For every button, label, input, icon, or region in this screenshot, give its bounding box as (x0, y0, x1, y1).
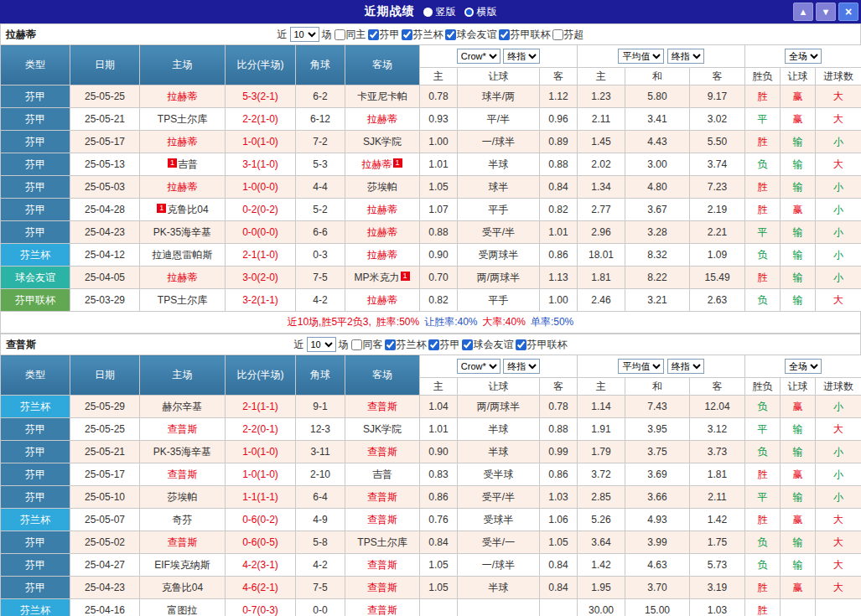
europe-bookmaker-select[interactable]: 平均值 (618, 49, 664, 64)
filter-checkbox-芬甲[interactable]: 芬甲 (428, 338, 460, 352)
team-link[interactable]: MP米克力 (355, 272, 400, 283)
europe-bookmaker-select[interactable]: 平均值 (618, 359, 664, 374)
close-button[interactable]: × (838, 3, 858, 21)
layout-radio-vertical[interactable]: 竖版 (423, 5, 456, 19)
score-link[interactable]: 1-0(1-0) (226, 441, 296, 463)
filter-checkbox-芬甲[interactable]: 芬甲 (368, 28, 400, 42)
team-link[interactable]: 拉迪恩雷帕斯 (153, 249, 213, 261)
team-link[interactable]: SJK学院 (363, 136, 402, 148)
checkbox-input[interactable] (335, 29, 345, 40)
checkbox-input[interactable] (402, 29, 412, 40)
score-link[interactable]: 3-1(1-0) (226, 153, 296, 176)
team-link[interactable]: 查普斯 (367, 514, 397, 525)
checkbox-input[interactable] (516, 339, 526, 350)
filter-checkbox-芬兰杯[interactable]: 芬兰杯 (385, 338, 427, 352)
asia-bookmaker-select[interactable]: Crow* (457, 359, 501, 374)
team-link[interactable]: 拉赫蒂 (367, 113, 397, 125)
recent-count-select[interactable]: 10 (307, 337, 336, 352)
team-link[interactable]: TPS土尔库 (158, 294, 207, 306)
team-link[interactable]: 卡亚尼卡帕 (357, 91, 407, 102)
team-link[interactable]: 查普斯 (367, 604, 397, 616)
scroll-down-button[interactable]: ▼ (816, 3, 836, 21)
team-link[interactable]: TPS土尔库 (158, 113, 207, 125)
team-link[interactable]: 赫尔辛基 (163, 401, 203, 412)
team-link[interactable]: 莎埃帕 (367, 181, 397, 193)
team-link[interactable]: 富图拉 (168, 604, 198, 616)
filter-checkbox-球会友谊[interactable]: 球会友谊 (462, 338, 514, 352)
score-link[interactable]: 0-0(0-0) (226, 221, 296, 244)
team-link[interactable]: 拉赫蒂 (168, 136, 198, 148)
filter-checkbox-球会友谊[interactable]: 球会友谊 (445, 28, 497, 42)
filter-checkbox-同客[interactable]: 同客 (351, 338, 383, 352)
team-link[interactable]: 查普斯 (168, 536, 198, 548)
filter-checkbox-芬超[interactable]: 芬超 (552, 28, 584, 42)
checkbox-input[interactable] (499, 29, 510, 40)
score-link[interactable]: 4-2(3-1) (226, 554, 296, 577)
checkbox-input[interactable] (445, 29, 456, 40)
score-link[interactable]: 2-1(1-1) (226, 396, 296, 418)
score-link[interactable]: 1-0(0-0) (226, 176, 296, 199)
team-link[interactable]: 拉赫蒂 (168, 181, 198, 193)
score-link[interactable]: 2-1(1-0) (226, 244, 296, 267)
team-link[interactable]: 查普斯 (367, 401, 397, 412)
score-link[interactable]: 1-1(1-1) (226, 486, 296, 509)
europe-stage-select[interactable]: 终指 (667, 359, 704, 374)
team-link[interactable]: 拉赫蒂 (367, 294, 397, 306)
team-link[interactable]: 查普斯 (168, 423, 198, 435)
score-link[interactable]: 2-2(0-1) (226, 418, 296, 441)
team-link[interactable]: 奇芬 (173, 514, 193, 525)
score-link[interactable]: 0-2(0-2) (226, 199, 296, 221)
team-link[interactable]: TPS土尔库 (357, 536, 407, 548)
team-link[interactable]: PK-35海辛基 (153, 446, 211, 458)
team-link[interactable]: 拉赫蒂 (367, 226, 397, 238)
score-link[interactable]: 0-6(0-5) (226, 531, 296, 554)
score-link[interactable]: 3-2(1-1) (226, 289, 296, 312)
filter-checkbox-同主[interactable]: 同主 (335, 28, 366, 42)
score-link[interactable]: 1-0(1-0) (226, 131, 296, 153)
checkbox-input[interactable] (428, 339, 439, 350)
score-link[interactable]: 1-0(1-0) (226, 463, 296, 486)
team-link[interactable]: EIF埃克纳斯 (154, 559, 210, 571)
team-link[interactable]: 莎埃帕 (168, 491, 198, 503)
team-link[interactable]: 吉普 (178, 158, 198, 170)
asia-bookmaker-select[interactable]: Crow* (457, 49, 501, 64)
team-link[interactable]: 克鲁比04 (167, 204, 208, 215)
filter-checkbox-芬甲联杯[interactable]: 芬甲联杯 (516, 338, 568, 352)
europe-stage-select[interactable]: 终指 (667, 49, 704, 64)
checkbox-input[interactable] (385, 339, 396, 350)
asia-stage-select[interactable]: 终指 (503, 359, 540, 374)
checkbox-input[interactable] (462, 339, 473, 350)
filter-checkbox-芬兰杯[interactable]: 芬兰杯 (402, 28, 443, 42)
team-link[interactable]: 查普斯 (367, 446, 397, 458)
layout-radio-horizontal[interactable]: 横版 (464, 5, 497, 19)
team-link[interactable]: 查普斯 (367, 491, 397, 503)
radio-label: 竖版 (436, 5, 456, 19)
checkbox-input[interactable] (368, 29, 379, 40)
team-link[interactable]: 查普斯 (367, 559, 397, 571)
checkbox-input[interactable] (552, 29, 563, 40)
result-scope-select[interactable]: 全场 (785, 49, 822, 64)
team-link[interactable]: 拉赫蒂 (168, 91, 198, 102)
team-link[interactable]: 拉赫蒂 (367, 249, 397, 261)
asia-stage-select[interactable]: 终指 (503, 49, 540, 64)
scroll-up-button[interactable]: ▲ (793, 3, 813, 21)
team-link[interactable]: 拉赫蒂 (367, 204, 397, 215)
team-link[interactable]: 查普斯 (168, 468, 198, 480)
score-link[interactable]: 0-6(0-2) (226, 509, 296, 531)
score-link[interactable]: 5-3(2-1) (226, 85, 296, 108)
team-link[interactable]: 吉普 (372, 468, 392, 480)
team-link[interactable]: 克鲁比04 (162, 582, 203, 593)
score-link[interactable]: 4-6(2-1) (226, 577, 296, 599)
team-link[interactable]: 拉赫蒂 (168, 272, 198, 283)
result-scope-select[interactable]: 全场 (785, 359, 822, 374)
team-link[interactable]: SJK学院 (363, 423, 402, 435)
team-link[interactable]: 拉赫蒂 (362, 158, 392, 170)
team-link[interactable]: PK-35海辛基 (153, 226, 211, 238)
score-link[interactable]: 3-0(2-0) (226, 267, 296, 289)
score-link[interactable]: 0-7(0-3) (226, 599, 296, 616)
team-link[interactable]: 查普斯 (367, 582, 397, 593)
filter-checkbox-芬甲联杯[interactable]: 芬甲联杯 (499, 28, 551, 42)
score-link[interactable]: 2-2(1-0) (226, 108, 296, 131)
recent-count-select[interactable]: 10 (290, 27, 319, 42)
checkbox-input[interactable] (351, 339, 362, 350)
